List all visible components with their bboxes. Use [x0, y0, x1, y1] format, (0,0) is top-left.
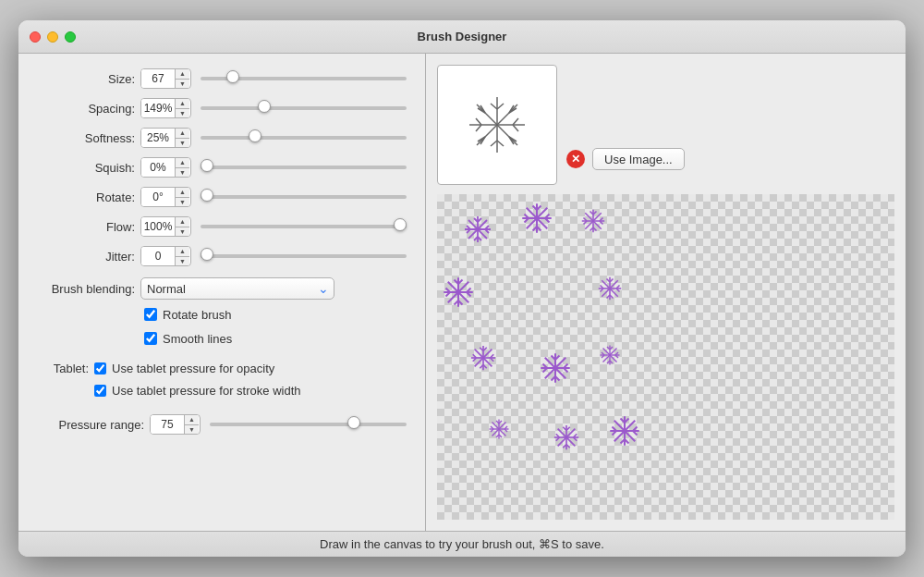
pressure-down-button[interactable]: ▼ — [185, 425, 199, 436]
softness-up-button[interactable]: ▲ — [176, 128, 189, 139]
size-down-button[interactable]: ▼ — [176, 80, 189, 90]
jitter-input[interactable] — [141, 247, 175, 265]
spacing-row: Spacing: ▲ ▼ — [33, 94, 410, 122]
tablet-label: Tablet: — [33, 362, 89, 375]
flow-slider-track — [201, 225, 407, 228]
status-text: Draw in the canvas to try your brush out… — [320, 537, 604, 551]
maximize-button[interactable] — [65, 31, 76, 43]
tablet-section: Tablet: Use tablet pressure for opacity … — [33, 357, 410, 401]
snowflakes-container — [437, 194, 894, 520]
snowflake-7 — [539, 351, 572, 385]
jitter-slider[interactable] — [201, 248, 407, 261]
snowflake-8 — [599, 344, 621, 366]
rotate-row: Rotate: ▲ ▼ — [33, 183, 410, 211]
squish-slider[interactable] — [201, 159, 407, 172]
squish-input[interactable] — [141, 158, 175, 177]
spacing-slider[interactable] — [201, 100, 407, 113]
flow-input[interactable] — [141, 217, 175, 236]
size-slider[interactable] — [201, 70, 407, 83]
rotate-brush-label: Rotate brush — [163, 308, 231, 322]
softness-down-button[interactable]: ▼ — [176, 139, 189, 149]
rotate-stepper: ▲ ▼ — [175, 187, 189, 207]
spacing-slider-track — [201, 106, 407, 110]
flow-slider[interactable] — [201, 218, 407, 231]
main-window: Brush Designer Size: ▲ ▼ — [18, 20, 906, 557]
remove-image-button[interactable]: ✕ — [566, 150, 585, 168]
flow-row: Flow: ▲ ▼ — [33, 213, 410, 240]
use-image-button[interactable]: Use Image... — [592, 148, 685, 170]
smooth-lines-checkbox[interactable] — [144, 332, 157, 345]
flow-up-button[interactable]: ▲ — [176, 216, 189, 227]
snowflake-1 — [463, 215, 492, 244]
jitter-up-button[interactable]: ▲ — [176, 246, 189, 257]
svg-line-6 — [491, 141, 497, 146]
spacing-input-wrap: ▲ ▼ — [140, 98, 191, 118]
squish-up-button[interactable]: ▲ — [176, 157, 189, 168]
snowflake-9 — [488, 418, 510, 440]
spacing-label: Spacing: — [33, 102, 135, 116]
size-row: Size: ▲ ▼ — [33, 65, 410, 92]
snowflake-11 — [608, 414, 641, 448]
squish-down-button[interactable]: ▼ — [176, 168, 189, 178]
snowflake-5 — [597, 276, 623, 301]
brush-preview-area: ✕ Use Image... — [437, 65, 894, 185]
size-up-button[interactable]: ▲ — [176, 68, 189, 80]
pressure-input-wrap: ▲ ▼ — [150, 414, 201, 435]
pressure-up-button[interactable]: ▲ — [185, 414, 199, 425]
rotate-label: Rotate: — [33, 190, 135, 204]
jitter-row: Jitter: ▲ ▼ — [33, 242, 410, 270]
minimize-button[interactable] — [47, 31, 58, 43]
use-image-row: ✕ Use Image... — [566, 148, 685, 170]
svg-line-11 — [513, 125, 518, 131]
spacing-stepper: ▲ ▼ — [175, 98, 189, 118]
svg-line-5 — [497, 104, 504, 109]
right-section: ✕ Use Image... — [426, 54, 906, 531]
tablet-opacity-row: Tablet: Use tablet pressure for opacity — [33, 357, 410, 379]
size-input[interactable] — [141, 69, 175, 88]
brush-preview-svg — [465, 92, 529, 157]
snowflake-6 — [469, 344, 497, 372]
blending-label: Brush blending: — [33, 282, 135, 296]
blending-select[interactable]: Normal Multiply Screen Overlay Darken Li… — [140, 277, 334, 300]
squish-label: Squish: — [33, 161, 135, 175]
softness-input[interactable] — [141, 129, 175, 147]
spacing-down-button[interactable]: ▼ — [176, 109, 189, 119]
size-stepper: ▲ ▼ — [175, 68, 189, 89]
blending-select-wrap: Normal Multiply Screen Overlay Darken Li… — [140, 277, 334, 300]
squish-slider-track — [201, 166, 407, 169]
rotate-up-button[interactable]: ▲ — [176, 187, 189, 198]
softness-input-wrap: ▲ ▼ — [140, 128, 191, 148]
rotate-brush-checkbox[interactable] — [144, 308, 157, 321]
softness-slider[interactable] — [201, 129, 407, 142]
jitter-slider-track — [201, 254, 407, 258]
tablet-stroke-checkbox[interactable] — [94, 385, 106, 397]
size-label: Size: — [33, 72, 135, 86]
titlebar: Brush Designer — [18, 20, 906, 54]
canvas-area[interactable] — [437, 194, 894, 520]
tablet-stroke-label: Use tablet pressure for stroke width — [112, 384, 300, 398]
tablet-opacity-checkbox[interactable] — [94, 362, 106, 374]
pressure-row: Pressure range: ▲ ▼ — [33, 411, 410, 438]
jitter-stepper: ▲ ▼ — [175, 246, 189, 266]
jitter-label: Jitter: — [33, 250, 135, 264]
rotate-brush-row: Rotate brush — [33, 303, 410, 325]
softness-label: Softness: — [33, 131, 135, 145]
spacing-input[interactable] — [141, 99, 175, 117]
rotate-slider[interactable] — [201, 189, 407, 202]
svg-line-8 — [476, 118, 481, 125]
squish-stepper: ▲ ▼ — [175, 157, 189, 178]
spacing-up-button[interactable]: ▲ — [176, 98, 189, 109]
close-button[interactable] — [30, 31, 41, 43]
jitter-down-button[interactable]: ▼ — [176, 257, 189, 267]
softness-row: Softness: ▲ ▼ — [33, 124, 410, 152]
softness-stepper: ▲ ▼ — [175, 128, 189, 148]
flow-down-button[interactable]: ▼ — [176, 227, 189, 238]
rotate-down-button[interactable]: ▼ — [176, 198, 189, 208]
pressure-input[interactable] — [151, 415, 184, 434]
pressure-slider[interactable] — [210, 416, 407, 429]
svg-line-10 — [513, 118, 518, 125]
flow-label: Flow: — [33, 220, 135, 234]
rotate-input-wrap: ▲ ▼ — [140, 187, 191, 207]
rotate-input[interactable] — [141, 188, 175, 206]
pressure-slider-track — [210, 423, 407, 426]
